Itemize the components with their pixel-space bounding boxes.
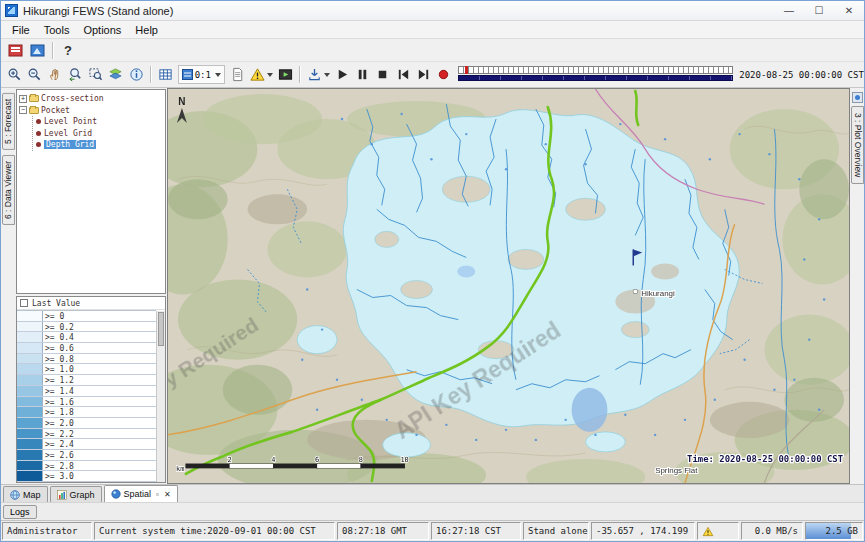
animation-export-button[interactable] [275, 64, 295, 85]
tab-spatial[interactable]: Spatial ▫ ✕ [104, 485, 178, 502]
help-button[interactable]: ? [57, 40, 79, 61]
last-value-checkbox[interactable] [20, 299, 28, 307]
database-button[interactable] [4, 40, 26, 61]
map-canvas[interactable]: API Key Required API Key Required Hikura… [168, 89, 849, 483]
north-label: N [178, 96, 185, 107]
menu-file[interactable]: File [5, 23, 37, 37]
legend-swatch [17, 364, 43, 374]
expand-icon[interactable]: + [19, 95, 27, 103]
zoom-region-icon [88, 67, 103, 82]
pan-hand-icon [47, 67, 62, 82]
main-toolbar: ? [1, 39, 864, 62]
grid-display-button[interactable] [155, 64, 175, 85]
pan-button[interactable] [45, 64, 65, 85]
time-slider-track[interactable] [458, 66, 733, 74]
tab-data-viewer[interactable]: 6 : Data Viewer [2, 155, 15, 225]
legend-swatch [17, 461, 43, 471]
plot-overview-icon [852, 92, 863, 103]
legend-label: >= 2.4 [43, 439, 76, 449]
legend-label: >= 0.2 [43, 322, 76, 332]
minimize-button[interactable]: — [774, 1, 804, 20]
tree-node-cross-section[interactable]: + Cross-section [19, 93, 164, 105]
tree-leaf-depth-grid[interactable]: Depth Grid [36, 139, 164, 151]
menu-help[interactable]: Help [128, 23, 165, 37]
tab-plot-overview[interactable]: 3 : Plot Overview [851, 106, 864, 184]
menu-options[interactable]: Options [76, 23, 128, 37]
spatial-icon [111, 489, 121, 499]
tree-node-label: Cross-section [41, 94, 104, 103]
undock-tab-icon[interactable]: ▫ [156, 490, 159, 499]
grid-icon [158, 67, 173, 82]
maximize-button[interactable]: ☐ [804, 1, 834, 20]
layer-bullet-icon [36, 119, 41, 124]
legend-swatch [17, 397, 43, 407]
map-viewport[interactable]: API Key Required API Key Required Hikura… [167, 88, 850, 484]
svg-text:10: 10 [400, 456, 408, 464]
tab-map[interactable]: Map [3, 486, 48, 502]
main-area: 5 : Forecast 6 : Data Viewer + Cross-sec… [1, 88, 864, 484]
layers-button[interactable] [106, 64, 126, 85]
explorer-button[interactable] [26, 40, 48, 61]
tree-node-label: Pocket [41, 106, 70, 115]
legend-scrollbar[interactable] [156, 311, 165, 482]
zoom-region-button[interactable] [85, 64, 105, 85]
stop-button[interactable] [373, 64, 393, 85]
download-dropdown[interactable] [304, 64, 332, 85]
time-slider-thumb[interactable] [465, 66, 468, 74]
legend-row: >= 1.2 [17, 375, 156, 386]
close-tab-icon[interactable]: ✕ [164, 490, 171, 499]
tree-leaf-level-point[interactable]: Level Point [36, 116, 164, 128]
legend-label: >= 1.0 [43, 364, 76, 374]
collapse-icon[interactable]: − [19, 106, 27, 114]
status-mode: Stand alone [523, 522, 589, 540]
application-window: Hikurangi FEWS (Stand alone) — ☐ ✕ File … [0, 0, 865, 542]
legend-label: >= 1.6 [43, 397, 76, 407]
svg-text:8: 8 [359, 456, 363, 464]
legend-swatch [17, 418, 43, 428]
legend-row: >= 2.2 [17, 429, 156, 440]
info-button[interactable] [126, 64, 146, 85]
close-button[interactable]: ✕ [834, 1, 864, 20]
legend-label: >= 0.4 [43, 332, 76, 342]
legend-label: >= 2.8 [43, 461, 76, 471]
pause-button[interactable] [352, 64, 372, 85]
zoom-previous-button[interactable] [65, 64, 85, 85]
interval-dropdown[interactable]: 0:1 [178, 65, 225, 84]
status-memory: 2.5 GB [805, 522, 863, 540]
tab-graph[interactable]: Graph [50, 486, 102, 502]
info-icon [129, 67, 144, 82]
logs-button[interactable]: Logs [3, 505, 37, 519]
movie-icon [278, 67, 293, 82]
legend-label: >= 0.8 [43, 354, 76, 364]
first-step-button[interactable] [393, 64, 413, 85]
time-slider[interactable] [458, 66, 733, 83]
menu-tools[interactable]: Tools [37, 23, 77, 37]
zoom-out-icon [27, 67, 42, 82]
zoom-in-button[interactable] [4, 64, 24, 85]
legend-label: >= 1.4 [43, 386, 76, 396]
folder-icon [29, 107, 39, 114]
play-button[interactable] [332, 64, 352, 85]
report-button[interactable] [227, 64, 247, 85]
legend-label: >= 2.0 [43, 418, 76, 428]
legend-row: >= 3.0 [17, 471, 156, 482]
record-icon [436, 67, 451, 82]
last-step-button[interactable] [413, 64, 433, 85]
legend-swatch [17, 332, 43, 342]
memory-usage-label: 2.5 GB [825, 526, 858, 536]
legend-scroll-thumb[interactable] [158, 312, 164, 346]
warnings-dropdown[interactable] [247, 64, 275, 85]
legend-swatch [17, 375, 43, 385]
legend-table: >= 0>= 0.2>= 0.4>= 0.6>= 0.8>= 1.0>= 1.2… [17, 310, 156, 482]
legend-row: >= 2.8 [17, 461, 156, 472]
toolbar-separator [299, 66, 300, 83]
tree-leaf-level-grid[interactable]: Level Grid [36, 128, 164, 140]
legend-row: >= 0.2 [17, 322, 156, 333]
legend-swatch [17, 429, 43, 439]
record-button[interactable] [434, 64, 454, 85]
status-warning-cell[interactable] [697, 522, 739, 540]
tab-map-label: Map [23, 490, 41, 500]
tab-forecast[interactable]: 5 : Forecast [2, 93, 15, 150]
tree-node-pocket[interactable]: − Pocket [19, 105, 164, 117]
zoom-out-button[interactable] [24, 64, 44, 85]
